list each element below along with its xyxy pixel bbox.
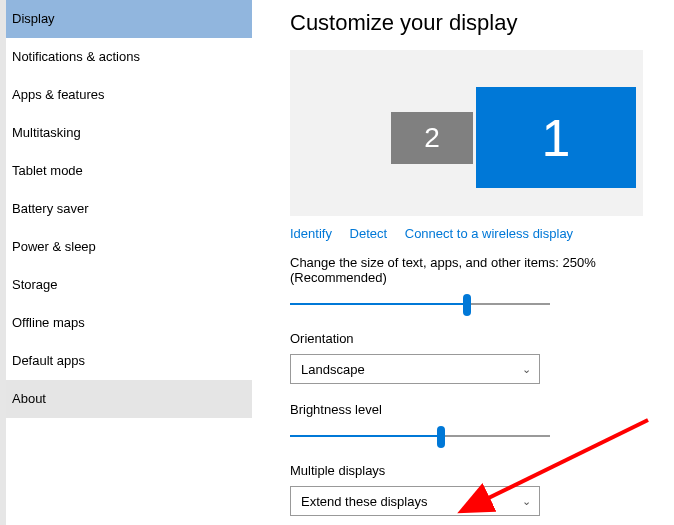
- sidebar-item-storage[interactable]: Storage: [6, 266, 252, 304]
- sidebar-item-apps-features[interactable]: Apps & features: [6, 76, 252, 114]
- orientation-label: Orientation: [290, 331, 656, 346]
- slider-thumb[interactable]: [463, 294, 471, 316]
- chevron-down-icon: ⌄: [522, 363, 531, 376]
- monitor-1[interactable]: 1: [476, 87, 636, 188]
- display-arrangement-canvas[interactable]: 2 1: [290, 50, 643, 216]
- brightness-label: Brightness level: [290, 402, 656, 417]
- sidebar-item-offline-maps[interactable]: Offline maps: [6, 304, 252, 342]
- slider-thumb[interactable]: [437, 426, 445, 448]
- connect-wireless-display-link[interactable]: Connect to a wireless display: [405, 226, 573, 241]
- sidebar-item-notifications[interactable]: Notifications & actions: [6, 38, 252, 76]
- sidebar-item-power-sleep[interactable]: Power & sleep: [6, 228, 252, 266]
- monitor-2[interactable]: 2: [391, 112, 473, 164]
- slider-fill: [290, 303, 467, 305]
- identify-link[interactable]: Identify: [290, 226, 332, 241]
- chevron-down-icon: ⌄: [522, 495, 531, 508]
- display-action-links: Identify Detect Connect to a wireless di…: [290, 226, 656, 241]
- sidebar-item-battery-saver[interactable]: Battery saver: [6, 190, 252, 228]
- scaling-slider[interactable]: [290, 293, 550, 321]
- orientation-value: Landscape: [301, 362, 365, 377]
- brightness-slider[interactable]: [290, 425, 550, 453]
- sidebar-item-about[interactable]: About: [6, 380, 252, 418]
- detect-link[interactable]: Detect: [350, 226, 388, 241]
- slider-fill: [290, 435, 441, 437]
- multiple-displays-label: Multiple displays: [290, 463, 656, 478]
- page-title: Customize your display: [290, 10, 656, 36]
- sidebar-item-multitasking[interactable]: Multitasking: [6, 114, 252, 152]
- multiple-displays-dropdown[interactable]: Extend these displays ⌄: [290, 486, 540, 516]
- sidebar-item-default-apps[interactable]: Default apps: [6, 342, 252, 380]
- orientation-dropdown[interactable]: Landscape ⌄: [290, 354, 540, 384]
- settings-sidebar: Display Notifications & actions Apps & f…: [0, 0, 252, 525]
- sidebar-item-display[interactable]: Display: [6, 0, 252, 38]
- multiple-displays-value: Extend these displays: [301, 494, 427, 509]
- sidebar-item-tablet-mode[interactable]: Tablet mode: [6, 152, 252, 190]
- scaling-label: Change the size of text, apps, and other…: [290, 255, 656, 285]
- main-content: Customize your display 2 1 Identify Dete…: [252, 0, 674, 525]
